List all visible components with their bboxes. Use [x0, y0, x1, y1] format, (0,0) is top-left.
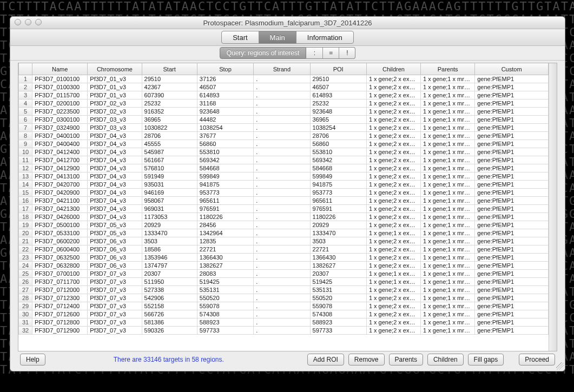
cell-children: 1 x gene;2 x ex… — [366, 124, 420, 132]
table-row[interactable]: 32PF3D7_0712900Pf3D7_07_v3590326597733.5… — [19, 327, 549, 335]
table-row[interactable]: 21PF3D7_0600200Pf3D7_06_v3350312835.3503… — [19, 237, 549, 245]
table-row[interactable]: 9PF3D7_0400400Pf3D7_04_v34555556860.5686… — [19, 140, 549, 148]
cell-poi: 46507 — [310, 83, 366, 91]
table-row[interactable]: 16PF3D7_0421100Pf3D7_04_v3958067965611.9… — [19, 197, 549, 205]
cell-poi: 20307 — [310, 270, 366, 278]
cell-children: 1 x gene;2 x ex… — [366, 327, 420, 335]
help-button[interactable]: Help — [20, 354, 45, 366]
query-op-bang[interactable]: ! — [339, 48, 355, 58]
cell-stop: 37677 — [197, 132, 253, 140]
fill-gaps-button[interactable]: Fill gaps — [468, 354, 504, 366]
table-row[interactable]: 10PF3D7_0412400Pf3D7_04_v3545987553810.5… — [19, 148, 549, 156]
tab-segment: Start Main Information — [221, 31, 354, 44]
cell-chromosome: Pf3D7_03_v3 — [88, 116, 142, 124]
cell-children: 1 x gene;2 x ex… — [366, 237, 420, 245]
cell-custom: gene:PfEMP1 — [475, 140, 549, 148]
table-row[interactable]: 4PF3D7_0200100Pf3D7_02_v32523231168.2523… — [19, 99, 549, 108]
cell-start: 576810 — [142, 164, 197, 172]
tab-main[interactable]: Main — [259, 31, 296, 43]
table-row[interactable]: 8PF3D7_0400100Pf3D7_04_v32870637677.2870… — [19, 132, 549, 140]
cell-custom: gene:PfEMP1 — [475, 148, 549, 156]
table-row[interactable]: 22PF3D7_0600400Pf3D7_06_v31858622721.227… — [19, 245, 549, 254]
table-row[interactable]: 28PF3D7_0712300Pf3D7_07_v3542906550520.5… — [19, 294, 549, 302]
cell-name: PF3D7_0200100 — [32, 99, 88, 108]
cell-stop: 56860 — [197, 140, 253, 148]
table-row[interactable]: 7PF3D7_0324900Pf3D7_03_v310308221038254.… — [19, 124, 549, 132]
table-row[interactable]: 26PF3D7_0711700Pf3D7_07_v3511950519425.5… — [19, 278, 549, 286]
table-row[interactable]: 1PF3D7_0100100Pf3D7_01_v32951037126.2951… — [19, 75, 549, 83]
query-op-eq[interactable]: = — [322, 48, 339, 58]
cell-custom: gene:PfEMP1 — [475, 108, 549, 116]
table-row[interactable]: 15PF3D7_0420900Pf3D7_04_v3946169953773.9… — [19, 189, 549, 197]
table-row[interactable]: 2PF3D7_0100300Pf3D7_01_v34236746507.4650… — [19, 83, 549, 91]
cell-start: 1173053 — [142, 213, 197, 221]
table-row[interactable]: 12PF3D7_0412900Pf3D7_04_v3576810584668.5… — [19, 164, 549, 172]
table-row[interactable]: 13PF3D7_0413100Pf3D7_04_v3591949599849.5… — [19, 172, 549, 181]
cell-parents: 1 x gene;1 x mr… — [421, 205, 475, 213]
table-row[interactable]: 31PF3D7_0712800Pf3D7_07_v3581386588923.5… — [19, 318, 549, 327]
data-grid[interactable]: Name Chromosome Start Stop Strand POI Ch… — [18, 63, 549, 351]
cell-chromosome: Pf3D7_04_v3 — [88, 140, 142, 148]
col-name[interactable]: Name — [32, 63, 88, 75]
tab-information[interactable]: Information — [296, 31, 353, 43]
zoom-icon[interactable] — [35, 19, 42, 25]
table-row[interactable]: 17PF3D7_0421300Pf3D7_04_v3969031976591.9… — [19, 205, 549, 213]
table-row[interactable]: 25PF3D7_0700100Pf3D7_07_v32030728083.203… — [19, 270, 549, 278]
cell-children: 1 x gene;2 x ex… — [366, 99, 420, 108]
cell-custom: gene:PfEMP1 — [475, 189, 549, 197]
cell-children: 1 x gene;2 x ex… — [366, 245, 420, 254]
col-children[interactable]: Children — [366, 63, 420, 75]
table-row[interactable]: 11PF3D7_0412700Pf3D7_04_v3561667569342.5… — [19, 156, 549, 164]
cell-children: 1 x gene;2 x ex… — [366, 310, 420, 318]
table-row[interactable]: 23PF3D7_0632500Pf3D7_06_v313539461366430… — [19, 254, 549, 262]
cell-chromosome: Pf3D7_04_v3 — [88, 189, 142, 197]
titlebar[interactable]: Protospacer: Plasmodium_falciparum_3D7_2… — [10, 17, 565, 29]
table-row[interactable]: 29PF3D7_0712400Pf3D7_07_v3552158559078.5… — [19, 302, 549, 310]
table-row[interactable]: 5PF3D7_0223500Pf3D7_02_v3916352923648.92… — [19, 108, 549, 116]
tab-start[interactable]: Start — [222, 31, 258, 43]
cell-custom: gene:PfEMP1 — [475, 327, 549, 335]
table-row[interactable]: 27PF3D7_0712000Pf3D7_07_v3527338535131.5… — [19, 286, 549, 294]
parents-button[interactable]: Parents — [389, 354, 423, 366]
cell-stop: 28083 — [197, 270, 253, 278]
table-row[interactable]: 14PF3D7_0420700Pf3D7_04_v3935031941875.9… — [19, 181, 549, 189]
table-row[interactable]: 24PF3D7_0632800Pf3D7_06_v313747971382627… — [19, 262, 549, 270]
cell-custom: gene:PfEMP1 — [475, 156, 549, 164]
cell-parents: 1 x gene;1 x mr… — [421, 132, 475, 140]
cell-name: PF3D7_0324900 — [32, 124, 88, 132]
cell-chromosome: Pf3D7_07_v3 — [88, 294, 142, 302]
cell-children: 1 x gene;2 x ex… — [366, 262, 420, 270]
col-parents[interactable]: Parents — [421, 63, 475, 75]
col-start[interactable]: Start — [142, 63, 197, 75]
cell-start: 607390 — [142, 91, 197, 99]
col-stop[interactable]: Stop — [197, 63, 253, 75]
table-row[interactable]: 20PF3D7_0533100Pf3D7_05_v313334701342964… — [19, 229, 549, 237]
cell-stop: 1382627 — [197, 262, 253, 270]
table-row[interactable]: 18PF3D7_0426000Pf3D7_04_v311730531180226… — [19, 213, 549, 221]
col-chromosome[interactable]: Chromosome — [88, 63, 142, 75]
close-icon[interactable] — [15, 19, 21, 25]
col-poi[interactable]: POI — [310, 63, 366, 75]
table-row[interactable]: 6PF3D7_0300100Pf3D7_03_v33696544482.3696… — [19, 116, 549, 124]
proceed-button[interactable]: Proceed — [519, 354, 555, 366]
query-label[interactable]: Query: regions of interest — [220, 47, 307, 59]
children-button[interactable]: Children — [427, 354, 464, 366]
col-rownum[interactable] — [19, 63, 32, 75]
resize-handle-icon[interactable] — [556, 362, 564, 370]
cell-poi: 29510 — [310, 75, 366, 83]
col-custom[interactable]: Custom — [475, 63, 549, 75]
add-roi-button[interactable]: Add ROI — [307, 354, 344, 366]
remove-button[interactable]: Remove — [348, 354, 385, 366]
query-op-colon[interactable]: : — [306, 48, 322, 58]
table-row[interactable]: 3PF3D7_0115700Pf3D7_01_v3607390614893.61… — [19, 91, 549, 99]
table-row[interactable]: 19PF3D7_0500100Pf3D7_05_v32092928456.209… — [19, 221, 549, 229]
table-row[interactable]: 30PF3D7_0712600Pf3D7_07_v3566726574308.5… — [19, 310, 549, 318]
cell-children: 1 x gene;2 x ex… — [366, 75, 420, 83]
cell-stop: 953773 — [197, 189, 253, 197]
cell-custom: gene:PfEMP1 — [475, 286, 549, 294]
col-strand[interactable]: Strand — [254, 63, 310, 75]
cell-custom: gene:PfEMP1 — [475, 83, 549, 91]
vertical-scrollbar[interactable] — [549, 63, 557, 351]
minimize-icon[interactable] — [25, 19, 31, 25]
cell-poi: 28706 — [310, 132, 366, 140]
